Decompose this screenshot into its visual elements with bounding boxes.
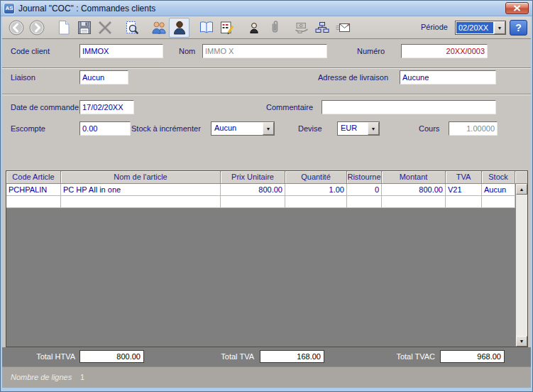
line-count-label: Nombre de lignes: [11, 373, 72, 381]
cell-stock[interactable]: Aucun: [482, 184, 515, 196]
devise-value: EUR: [338, 122, 368, 135]
table-row[interactable]: PCHPALIN PC HP All in one 800.00 1.00 0 …: [6, 184, 515, 196]
numero-field: [401, 44, 488, 58]
toolbar: Période 02/20XX ▼ ?: [2, 16, 531, 39]
cell-empty[interactable]: [446, 196, 482, 208]
liaison-field[interactable]: [79, 70, 128, 85]
escompte-field[interactable]: [79, 121, 131, 136]
catalog-icon[interactable]: [196, 18, 216, 38]
stock-dropdown-arrow-icon[interactable]: ▼: [263, 122, 274, 135]
save-icon[interactable]: [74, 18, 94, 38]
cell-empty[interactable]: [61, 196, 221, 208]
status-bar: Nombre de lignes 1: [2, 366, 531, 388]
adresse-livraison-label: Adresse de livraison: [318, 73, 388, 82]
nom-field: [202, 44, 327, 58]
total-tvac-label: Total TVAC: [377, 352, 435, 361]
client-card-icon[interactable]: [169, 18, 189, 38]
total-htva-label: Total HTVA: [8, 352, 75, 361]
col-header-code-article[interactable]: Code Article: [6, 171, 61, 184]
cours-field: [449, 121, 498, 136]
liaison-label: Liaison: [11, 73, 35, 82]
calendar-edit-icon[interactable]: [216, 18, 237, 38]
commentaire-label: Commentaire: [266, 103, 313, 111]
cell-montant[interactable]: 800.00: [382, 184, 446, 196]
devise-label: Devise: [298, 124, 322, 133]
order-form: Code client Nom Numéro Liaison Adresse d…: [2, 39, 531, 170]
line-count-value: 1: [80, 373, 84, 381]
cell-empty[interactable]: [347, 196, 382, 208]
help-button[interactable]: ?: [510, 20, 527, 36]
date-commande-field[interactable]: [79, 100, 134, 114]
stock-incrementer-value: Aucun: [211, 122, 263, 135]
cell-tva[interactable]: V21: [446, 184, 482, 196]
code-client-field[interactable]: [79, 44, 163, 58]
cell-prix-unitaire[interactable]: 800.00: [221, 184, 285, 196]
titlebar: AS Journal "COC" : Commandes clients: [1, 1, 532, 16]
delete-icon[interactable]: [94, 18, 115, 38]
col-header-nom-article[interactable]: Nom de l'article: [61, 171, 221, 184]
cell-empty[interactable]: [285, 196, 347, 208]
close-button[interactable]: [505, 2, 529, 14]
escompte-label: Escompte: [11, 124, 45, 133]
period-dropdown-arrow-icon[interactable]: ▼: [494, 21, 505, 34]
cell-empty[interactable]: [221, 196, 285, 208]
app-window: AS Journal "COC" : Commandes clients: [0, 0, 533, 392]
window-title: Journal "COC" : Commandes clients: [18, 4, 155, 13]
email-icon[interactable]: [332, 18, 353, 38]
divider: [2, 94, 531, 95]
col-header-quantite[interactable]: Quantité: [285, 171, 347, 184]
scroll-down-icon[interactable]: ▼: [516, 336, 527, 347]
divider: [2, 67, 531, 69]
stock-incrementer-select[interactable]: Aucun ▼: [211, 121, 275, 136]
payment-icon[interactable]: [291, 18, 312, 38]
attachment-icon[interactable]: [264, 18, 285, 38]
back-icon[interactable]: [6, 18, 26, 38]
total-htva-field: [79, 350, 144, 363]
devise-dropdown-arrow-icon[interactable]: ▼: [368, 122, 379, 135]
date-commande-label: Date de commande: [11, 103, 79, 111]
nom-label: Nom: [179, 47, 195, 55]
period-label: Période: [421, 23, 454, 31]
adresse-livraison-field[interactable]: [400, 70, 496, 85]
period-select[interactable]: 02/20XX ▼: [455, 21, 506, 35]
table-row-empty[interactable]: [6, 196, 515, 208]
cell-code-article[interactable]: PCHPALIN: [6, 184, 61, 196]
commentaire-field[interactable]: [322, 100, 496, 114]
clients-icon[interactable]: [148, 18, 169, 38]
total-tva-label: Total TVA: [203, 352, 254, 361]
header-stub: [515, 171, 527, 184]
col-header-prix-unitaire[interactable]: Prix Unitaire: [221, 171, 285, 184]
app-icon: AS: [4, 3, 15, 14]
forward-icon[interactable]: [26, 18, 47, 38]
order-lines-table: Code Article Nom de l'article Prix Unita…: [6, 170, 528, 347]
cell-nom-article[interactable]: PC HP All in one: [61, 184, 221, 196]
new-document-icon[interactable]: [53, 18, 74, 38]
cell-empty[interactable]: [482, 196, 515, 208]
table-header-row: Code Article Nom de l'article Prix Unita…: [6, 171, 527, 184]
col-header-stock[interactable]: Stock: [482, 171, 515, 184]
client-area: Période 02/20XX ▼ ? Code client Nom Numé…: [2, 16, 531, 388]
col-header-montant[interactable]: Montant: [382, 171, 446, 184]
links-icon[interactable]: [312, 18, 332, 38]
total-tva-field: [260, 350, 324, 363]
devise-select[interactable]: EUR ▼: [337, 121, 380, 136]
cell-ristourne[interactable]: 0: [347, 184, 382, 196]
cell-quantite[interactable]: 1.00: [285, 184, 347, 196]
stock-incrementer-label: Stock à incrémenter: [131, 124, 201, 133]
contact-icon[interactable]: [243, 18, 264, 38]
cours-label: Cours: [419, 124, 439, 133]
search-preview-icon[interactable]: [121, 18, 142, 38]
close-icon: [513, 5, 521, 11]
cell-empty[interactable]: [6, 196, 61, 208]
scroll-up-icon[interactable]: ▲: [516, 184, 527, 195]
cell-empty[interactable]: [382, 196, 446, 208]
total-tvac-field: [440, 350, 505, 363]
col-header-tva[interactable]: TVA: [446, 171, 482, 184]
totals-bar: Total HTVA Total TVA Total TVAC: [2, 347, 531, 366]
period-value: 02/20XX: [456, 21, 494, 34]
numero-label: Numéro: [357, 47, 385, 55]
vertical-scrollbar[interactable]: ▲ ▼: [515, 184, 527, 347]
code-client-label: Code client: [11, 47, 50, 55]
col-header-ristourne[interactable]: Ristourne: [347, 171, 382, 184]
